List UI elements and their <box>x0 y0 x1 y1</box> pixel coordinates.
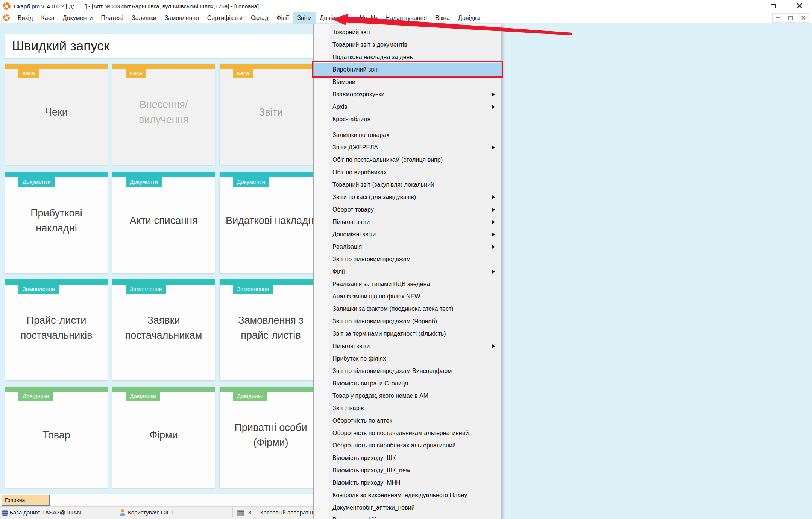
menubar-item-payments[interactable]: Платежі <box>97 12 128 24</box>
quick-launch-tile[interactable]: ДокументиАкти списання <box>112 172 215 273</box>
reports-menu-item[interactable]: Філії <box>314 265 501 278</box>
mdi-minimize-button[interactable] <box>772 13 783 23</box>
statusbar-separator <box>232 508 233 517</box>
menubar-item-branches[interactable]: Філії <box>272 12 293 24</box>
reports-menu-item[interactable]: Звіт по пільговим продажам (Чорноб) <box>314 315 501 327</box>
status-bar: База даних: TASA3@TITAN Користувач: GIFT… <box>0 506 316 519</box>
menubar-item-directories[interactable]: Довідники <box>316 12 352 24</box>
reports-menu-item[interactable]: Звіт за термінами придатності (кількість… <box>314 327 501 340</box>
menubar-item-help[interactable]: Довідка <box>454 12 484 24</box>
menubar-item-warehouse[interactable]: Склад <box>247 12 272 24</box>
minimize-button[interactable] <box>744 2 750 10</box>
reports-menu-item[interactable]: Пільгові звіти <box>314 216 501 228</box>
reports-menu-item[interactable]: Реєстр парафій за аптек <box>314 514 501 519</box>
reports-menu-item[interactable]: Архів <box>314 100 501 113</box>
reports-menu-item[interactable]: Відомість приходу_ШК <box>314 452 501 464</box>
restore-icon <box>788 16 793 20</box>
tab-bar: Головна <box>0 494 316 506</box>
reports-menu-item[interactable]: Звіт по пільговим продажам Винспецфарм <box>314 365 501 377</box>
reports-menu-item[interactable]: Відомість приходу_ШК_new <box>314 464 501 476</box>
reports-menu-item[interactable]: Залишки за фактом (поодинока атека тест) <box>314 303 501 315</box>
reports-menu-item[interactable]: Реалізація <box>314 240 501 253</box>
reports-menu-item[interactable]: Оборотність по постачальникам альтернати… <box>314 427 501 439</box>
quick-launch-tile[interactable]: ДовідникиТовар <box>5 387 108 488</box>
cash-register-count: 3 <box>248 509 251 516</box>
database-status: База даних: TASA3@TITAN <box>9 509 81 516</box>
reports-menu-item[interactable]: Залишки по товарах <box>314 129 501 141</box>
tab-holovna[interactable]: Головна <box>2 495 50 506</box>
reports-menu-item[interactable]: Обіг по постачальникам (столиця випр) <box>314 154 501 166</box>
statusbar-separator <box>113 508 113 517</box>
menubar-item-reports[interactable]: Звіти <box>293 12 316 24</box>
restore-button[interactable] <box>770 2 777 10</box>
reports-menu-item[interactable]: Звіт по пільговим продажам <box>314 253 501 265</box>
reports-menu-item[interactable]: Відомість витрати Столиця <box>314 377 501 390</box>
menubar-item-exit[interactable]: Вихід <box>14 12 37 24</box>
tile-category-bar <box>112 387 215 392</box>
close-button[interactable]: ✕ <box>796 2 803 10</box>
menubar-item-orders[interactable]: Замовлення <box>161 12 203 24</box>
tile-label: Заявки постачальникам <box>118 285 209 371</box>
tile-label: Товар <box>11 392 102 479</box>
quick-launch-tile[interactable]: КасаЗвіти <box>220 64 322 165</box>
quick-launch-tile[interactable]: КасаЧеки <box>5 64 108 165</box>
quick-launch-tile[interactable]: ДовідникиПриватні особи (Фірми) <box>220 387 322 488</box>
tile-label: Приватні особи (Фірми) <box>225 392 317 479</box>
menubar-item-settings[interactable]: Налаштування <box>381 12 431 24</box>
quick-launch-tile[interactable]: ДокументиВидаткові накладні <box>220 172 322 273</box>
menubar-item-windows[interactable]: Вікна <box>431 12 454 24</box>
reports-menu-item[interactable]: Звіти по касі (для завідувачів) <box>314 191 501 203</box>
tile-category-bar <box>5 64 108 69</box>
submenu-arrow-icon <box>492 344 495 348</box>
user-status: Користувач: GIFT <box>128 509 174 516</box>
reports-menu-item[interactable]: Прибуток по філіях <box>314 352 501 365</box>
mdi-restore-button[interactable] <box>785 13 796 23</box>
title-bar: Скарб pro v. 4.0.0.2 [ІД: ] - [Апт №003 … <box>0 0 812 12</box>
reports-menu-item[interactable]: Крос-таблиця <box>314 113 501 125</box>
reports-menu-item[interactable]: Звіти ДЖЕРЕЛА <box>314 141 501 154</box>
quick-launch-tile[interactable]: ДовідникиФірми <box>112 387 215 488</box>
reports-menu-item[interactable]: Товарний звіт з документів <box>314 38 501 51</box>
tile-category-bar <box>220 64 322 69</box>
reports-menu-item[interactable]: Аналіз зміни цін по філіях NEW <box>314 290 501 303</box>
reports-menu-items: Товарний звітТоварний звіт з документівП… <box>314 24 501 519</box>
window-title: Скарб pro v. 4.0.0.2 [ІД: ] - [Апт №003 … <box>14 3 259 9</box>
tile-category-bar <box>220 172 322 177</box>
reports-menu-item[interactable]: Товар у продаж, якого немає в АМ <box>314 390 501 402</box>
quick-launch-tile[interactable]: ЗамовленняПрайс-листи постачальників <box>5 279 108 380</box>
submenu-arrow-icon <box>492 208 495 212</box>
reports-menu-item[interactable]: Товарний звіт <box>314 26 501 38</box>
reports-menu-item[interactable]: Товарний звіт (закупівля) локальний <box>314 178 501 191</box>
reports-menu-item[interactable]: Допоміжні звіти <box>314 228 501 240</box>
database-icon <box>2 510 8 516</box>
quick-launch-tile[interactable]: КасаВнесення/вилучення <box>112 64 215 165</box>
reports-menu-item[interactable]: Оборотність по виробниках альтернативний <box>314 439 501 452</box>
reports-menu-item[interactable]: Документообіг_аптеки_новий <box>314 501 501 514</box>
tile-label: Видаткові накладні <box>225 177 317 264</box>
reports-menu-item[interactable]: Обіг по виробниках <box>314 166 501 178</box>
submenu-arrow-icon <box>492 146 495 149</box>
reports-menu-item-selected[interactable]: Виробничий звіт <box>314 63 501 76</box>
menubar-item-ehealth[interactable]: eHealth <box>352 12 381 24</box>
menu-bar-items: ВихідКасаДокументиПлатежіЗалишкиЗамовлен… <box>14 12 484 24</box>
reports-menu-item[interactable]: Пільгові звіти <box>314 340 501 352</box>
reports-menu-item[interactable]: Відмови <box>314 76 501 88</box>
tile-category-bar <box>112 279 215 285</box>
menubar-item-cash[interactable]: Каса <box>37 12 59 24</box>
quick-launch-tile[interactable]: ЗамовленняЗаявки постачальникам <box>112 279 215 380</box>
reports-menu-item[interactable]: Взаєморозрахунки <box>314 88 501 100</box>
reports-menu-item[interactable]: Оборотність по аптек <box>314 414 501 427</box>
submenu-arrow-icon <box>492 93 495 96</box>
quick-launch-tile[interactable]: ДокументиПрибуткові накладні <box>5 172 108 273</box>
menubar-item-certificates[interactable]: Сертифікати <box>203 12 247 24</box>
reports-menu-item[interactable]: Відомість приходу_МНН <box>314 476 501 489</box>
reports-menu-item[interactable]: Оборот товару <box>314 203 501 216</box>
reports-menu-item[interactable]: Звіт лікарів <box>314 402 501 414</box>
mdi-close-button[interactable]: × <box>798 13 809 23</box>
reports-menu-item[interactable]: Реалізація за типами ПДВ зведена <box>314 278 501 290</box>
quick-launch-tile[interactable]: ЗамовленняЗамовлення з прайс-листів <box>220 279 322 380</box>
reports-menu-item[interactable]: Контроль за виконанням Індивідуального П… <box>314 489 501 501</box>
menubar-item-stocks[interactable]: Залишки <box>127 12 161 24</box>
menubar-item-documents[interactable]: Документи <box>59 12 97 24</box>
reports-menu-item[interactable]: Податкова накладна за день <box>314 51 501 63</box>
